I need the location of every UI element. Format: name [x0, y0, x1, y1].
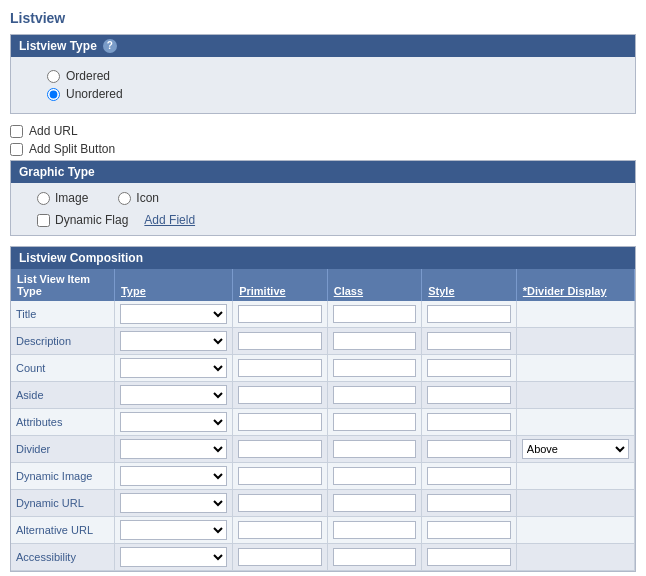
style-input[interactable] [427, 413, 511, 431]
cell-class [327, 328, 422, 355]
primitive-input[interactable] [238, 386, 322, 404]
add-split-button-row: Add Split Button [10, 142, 636, 156]
primitive-input[interactable] [238, 440, 322, 458]
primitive-input[interactable] [238, 494, 322, 512]
cell-item-type: Title [11, 301, 114, 328]
cell-type [114, 490, 232, 517]
unordered-radio[interactable] [47, 88, 60, 101]
cell-item-type: Divider [11, 436, 114, 463]
cell-divider-display: Above [516, 436, 634, 463]
icon-radio[interactable] [118, 192, 131, 205]
type-select[interactable] [120, 439, 227, 459]
cell-type [114, 409, 232, 436]
cell-type [114, 436, 232, 463]
table-header-row: List View Item Type Type Primitive Class… [11, 269, 635, 301]
class-input[interactable] [333, 305, 417, 323]
class-input[interactable] [333, 386, 417, 404]
class-input[interactable] [333, 521, 417, 539]
primitive-input[interactable] [238, 359, 322, 377]
primitive-input[interactable] [238, 521, 322, 539]
cell-style [422, 301, 517, 328]
type-select[interactable] [120, 385, 227, 405]
page-title: Listview [10, 10, 636, 26]
class-input[interactable] [333, 440, 417, 458]
type-select[interactable] [120, 412, 227, 432]
type-select[interactable] [120, 331, 227, 351]
primitive-input[interactable] [238, 467, 322, 485]
composition-header: Listview Composition [11, 247, 635, 269]
cell-primitive [233, 355, 328, 382]
ordered-radio[interactable] [47, 70, 60, 83]
graphic-type-label: Graphic Type [19, 165, 95, 179]
type-select[interactable] [120, 493, 227, 513]
class-input[interactable] [333, 413, 417, 431]
ordered-radio-row: Ordered [27, 69, 619, 83]
image-radio[interactable] [37, 192, 50, 205]
primitive-input[interactable] [238, 305, 322, 323]
cell-primitive [233, 328, 328, 355]
cell-item-type: Count [11, 355, 114, 382]
primitive-input[interactable] [238, 332, 322, 350]
cell-type [114, 517, 232, 544]
cell-class [327, 517, 422, 544]
add-url-checkbox[interactable] [10, 125, 23, 138]
cell-type [114, 544, 232, 571]
cell-class [327, 355, 422, 382]
cell-style [422, 409, 517, 436]
cell-style [422, 355, 517, 382]
col-header-class[interactable]: Class [327, 269, 422, 301]
type-select[interactable] [120, 520, 227, 540]
dynamic-flag-checkbox[interactable] [37, 214, 50, 227]
table-row: Attributes [11, 409, 635, 436]
class-input[interactable] [333, 548, 417, 566]
add-split-button-checkbox[interactable] [10, 143, 23, 156]
graphic-type-header: Graphic Type [11, 161, 635, 183]
cell-divider-display [516, 382, 634, 409]
row-item-type-label: Dynamic Image [16, 470, 92, 482]
class-input[interactable] [333, 494, 417, 512]
style-input[interactable] [427, 305, 511, 323]
style-input[interactable] [427, 359, 511, 377]
class-input[interactable] [333, 467, 417, 485]
style-input[interactable] [427, 332, 511, 350]
icon-label: Icon [136, 191, 159, 205]
unordered-radio-row: Unordered [27, 87, 619, 101]
primitive-input[interactable] [238, 413, 322, 431]
col-header-style[interactable]: Style [422, 269, 517, 301]
class-input[interactable] [333, 332, 417, 350]
cell-item-type: Attributes [11, 409, 114, 436]
cell-divider-display [516, 301, 634, 328]
type-select[interactable] [120, 466, 227, 486]
col-header-divider[interactable]: *Divider Display [516, 269, 634, 301]
cell-type [114, 301, 232, 328]
add-field-link[interactable]: Add Field [144, 213, 195, 227]
row-item-type-label: Attributes [16, 416, 62, 428]
primitive-input[interactable] [238, 548, 322, 566]
style-input[interactable] [427, 467, 511, 485]
cell-type [114, 382, 232, 409]
dynamic-flag-label: Dynamic Flag [55, 213, 128, 227]
cell-primitive [233, 409, 328, 436]
style-input[interactable] [427, 386, 511, 404]
image-label: Image [55, 191, 88, 205]
help-icon[interactable]: ? [103, 39, 117, 53]
cell-type [114, 463, 232, 490]
class-input[interactable] [333, 359, 417, 377]
table-row: Dynamic URL [11, 490, 635, 517]
type-select[interactable] [120, 304, 227, 324]
cell-style [422, 463, 517, 490]
style-input[interactable] [427, 548, 511, 566]
style-input[interactable] [427, 440, 511, 458]
divider-select[interactable]: Above [522, 439, 629, 459]
composition-title: Listview Composition [19, 251, 143, 265]
row-item-type-label: Dynamic URL [16, 497, 84, 509]
type-select[interactable] [120, 547, 227, 567]
type-select[interactable] [120, 358, 227, 378]
style-input[interactable] [427, 521, 511, 539]
style-input[interactable] [427, 494, 511, 512]
table-row: DividerAbove [11, 436, 635, 463]
table-row: Accessibility [11, 544, 635, 571]
cell-primitive [233, 436, 328, 463]
col-header-primitive[interactable]: Primitive [233, 269, 328, 301]
col-header-type[interactable]: Type [114, 269, 232, 301]
